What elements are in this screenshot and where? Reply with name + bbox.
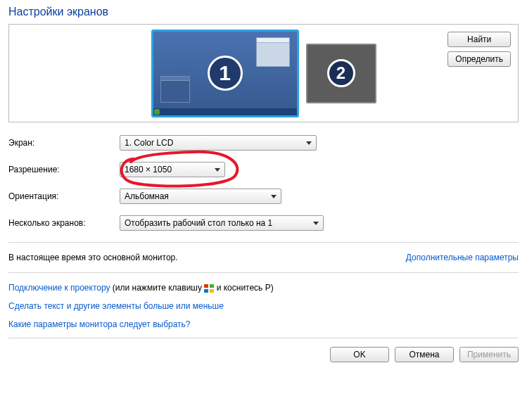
screen-select-value: 1. Color LCD bbox=[125, 138, 173, 148]
divider bbox=[8, 242, 519, 243]
identify-button[interactable]: Определить bbox=[447, 51, 511, 67]
page-title: Настройки экранов bbox=[8, 6, 519, 18]
windows-key-icon bbox=[204, 284, 214, 293]
decorative-window bbox=[160, 76, 190, 103]
ok-button[interactable]: OK bbox=[330, 347, 389, 362]
cancel-button[interactable]: Отмена bbox=[395, 347, 454, 362]
advanced-settings-link[interactable]: Дополнительные параметры bbox=[406, 253, 519, 262]
multiple-displays-select[interactable]: Отобразить рабочий стол только на 1 bbox=[120, 215, 324, 231]
which-settings-link[interactable]: Какие параметры монитора следует выбрать… bbox=[8, 319, 191, 329]
resolution-label: Разрешение: bbox=[8, 165, 120, 174]
orientation-select[interactable]: Альбомная bbox=[120, 189, 281, 204]
screen-select[interactable]: 1. Color LCD bbox=[120, 135, 317, 151]
primary-monitor-status: В настоящее время это основной монитор. bbox=[8, 253, 178, 262]
chevron-down-icon bbox=[306, 141, 312, 145]
orientation-select-value: Альбомная bbox=[125, 191, 169, 201]
chevron-down-icon bbox=[313, 222, 319, 225]
multiple-displays-value: Отобразить рабочий стол только на 1 bbox=[125, 218, 272, 228]
projector-link[interactable]: Подключение к проектору bbox=[8, 283, 110, 293]
apply-button[interactable]: Применить bbox=[459, 347, 519, 362]
chevron-down-icon bbox=[271, 195, 277, 198]
divider bbox=[8, 272, 519, 273]
screen-label: Экран: bbox=[8, 138, 120, 148]
find-button[interactable]: Найти bbox=[447, 32, 511, 47]
projector-hint-pre: (или нажмите клавишу bbox=[110, 283, 205, 293]
decorative-window bbox=[256, 37, 290, 67]
resolution-select[interactable]: 1680 × 1050 bbox=[120, 162, 225, 177]
monitor-2[interactable]: 2 bbox=[306, 44, 376, 103]
resolution-select-value: 1680 × 1050 bbox=[125, 165, 172, 174]
chevron-down-icon bbox=[215, 168, 220, 172]
monitor-1[interactable]: 1 bbox=[151, 30, 299, 117]
text-size-link[interactable]: Сделать текст и другие элементы больше и… bbox=[8, 301, 224, 311]
decorative-taskbar bbox=[153, 108, 297, 115]
monitor-number-badge: 1 bbox=[208, 56, 243, 91]
multi-label: Несколько экранов: bbox=[8, 218, 120, 228]
projector-hint-post: и коснитесь P) bbox=[214, 283, 273, 293]
monitor-number-badge: 2 bbox=[327, 59, 355, 87]
monitor-arrangement-area[interactable]: 1 2 Найти Определить bbox=[8, 24, 519, 122]
orientation-label: Ориентация: bbox=[8, 191, 120, 201]
